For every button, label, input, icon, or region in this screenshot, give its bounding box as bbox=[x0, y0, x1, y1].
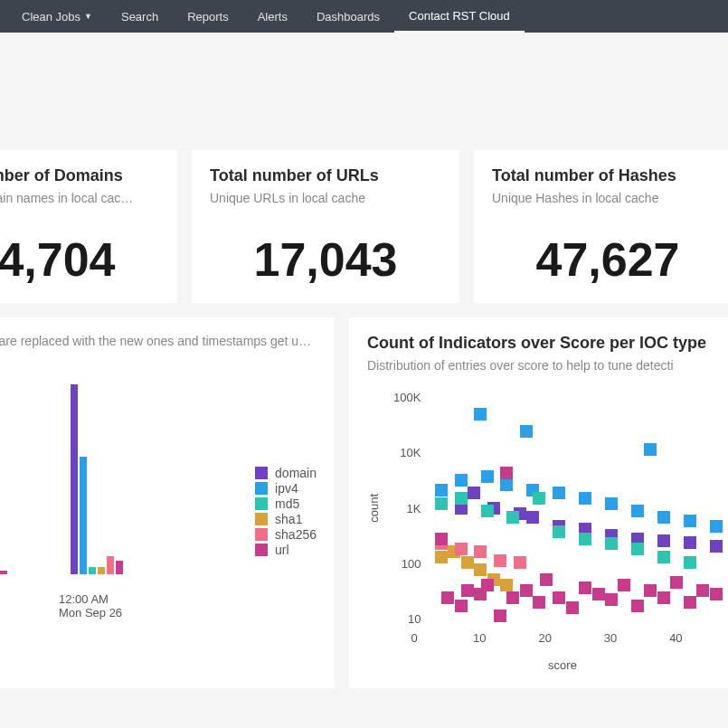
scatter-point-sha256 bbox=[494, 554, 506, 567]
scatter-point-url bbox=[566, 601, 579, 614]
scatter-point-sha256 bbox=[514, 556, 526, 569]
stat-card-0: Total number of Domains Unique domain na… bbox=[0, 150, 177, 303]
scatter-point-ipv4 bbox=[605, 497, 618, 510]
scatter-point-url bbox=[605, 593, 618, 606]
scatter-point-ipv4 bbox=[631, 505, 644, 517]
scatter-point-url bbox=[644, 584, 657, 597]
swatch-icon bbox=[255, 482, 268, 495]
y-axis: 100K10K1K10010 bbox=[384, 391, 428, 626]
scatter-point-url bbox=[631, 600, 644, 612]
legend-label: url bbox=[275, 543, 289, 557]
card-value: 17,043 bbox=[210, 232, 441, 287]
legend-item-md5[interactable]: md5 bbox=[255, 496, 317, 511]
x-tick: 10 bbox=[473, 631, 486, 645]
scatter-point-sha1 bbox=[500, 579, 513, 591]
legend-label: sha256 bbox=[275, 527, 317, 542]
nav-item-search[interactable]: Search bbox=[107, 0, 173, 33]
scatter-point-url bbox=[461, 584, 474, 597]
scatter-point-ipv4 bbox=[481, 470, 494, 483]
scatter-point-md5 bbox=[684, 556, 696, 569]
scatter-point-domain bbox=[710, 540, 723, 553]
scatter-point-md5 bbox=[553, 525, 565, 538]
scatter-point-url bbox=[435, 533, 448, 545]
scatter-point-md5 bbox=[481, 505, 494, 517]
x-tick: 20 bbox=[538, 631, 551, 645]
scatter-plot bbox=[428, 391, 711, 626]
scatter-point-url bbox=[553, 591, 565, 604]
chart-left-subtitle: Existing IoC are replaced with the new o… bbox=[0, 334, 317, 348]
scatter-point-url bbox=[696, 584, 709, 597]
scatter-point-ipv4 bbox=[455, 474, 468, 487]
legend: domainipv4md5sha1sha256url bbox=[255, 466, 317, 558]
scatter-point-md5 bbox=[533, 492, 545, 505]
caret-down-icon: ▼ bbox=[84, 12, 92, 21]
x-tick: 0 bbox=[411, 631, 417, 645]
chart-right-title: Count of Indicators over Score per IOC t… bbox=[367, 334, 711, 353]
nav-item-dashboards[interactable]: Dashboards bbox=[302, 0, 394, 33]
nav-item-clean-jobs[interactable]: Clean Jobs▼ bbox=[7, 0, 107, 33]
scatter-point-md5 bbox=[631, 543, 644, 555]
x-tick-1: 12:00 AM Mon Sep 26 bbox=[59, 592, 122, 619]
chart-right-panel: Count of Indicators over Score per IOC t… bbox=[349, 317, 728, 688]
y-tick: 1K bbox=[384, 502, 421, 515]
scatter-point-domain bbox=[526, 511, 539, 524]
scatter-point-ipv4 bbox=[644, 443, 657, 456]
scatter-point-url bbox=[670, 576, 683, 589]
scatter-point-domain bbox=[468, 487, 480, 499]
scatter-point-sha1 bbox=[435, 551, 448, 563]
swatch-icon bbox=[255, 528, 268, 541]
scatter-point-url bbox=[533, 596, 545, 609]
card-value: 34,704 bbox=[0, 232, 159, 287]
card-title: Total number of Domains bbox=[0, 166, 159, 185]
scatter-point-ipv4 bbox=[500, 478, 513, 491]
scatter-point-domain bbox=[657, 534, 670, 547]
scatter-point-ipv4 bbox=[710, 520, 723, 533]
scatter-point-sha1 bbox=[474, 563, 487, 576]
stat-card-1: Total number of URLs Unique URLs in loca… bbox=[192, 150, 459, 303]
nav-item-contact-rst-cloud[interactable]: Contact RST Cloud bbox=[394, 0, 525, 33]
stat-card-2: Total number of Hashes Unique Hashes in … bbox=[474, 150, 728, 303]
card-subtitle: Unique Hashes in local cache bbox=[492, 191, 723, 205]
scatter-point-ipv4 bbox=[435, 484, 448, 496]
x-tick: 40 bbox=[669, 631, 682, 645]
scatter-point-url bbox=[506, 591, 519, 604]
legend-item-sha256[interactable]: sha256 bbox=[255, 527, 317, 542]
card-subtitle: Unique domain names in local cac… bbox=[0, 191, 159, 205]
scatter-point-ipv4 bbox=[553, 487, 565, 499]
legend-item-ipv4[interactable]: ipv4 bbox=[255, 481, 317, 496]
scatter-point-url bbox=[540, 573, 553, 586]
legend-item-url[interactable]: url bbox=[255, 543, 317, 557]
legend-label: sha1 bbox=[275, 512, 302, 526]
legend-item-domain[interactable]: domain bbox=[255, 466, 317, 480]
scatter-point-domain bbox=[684, 536, 696, 549]
nav-item-alerts[interactable]: Alerts bbox=[243, 0, 302, 33]
swatch-icon bbox=[255, 513, 268, 525]
y-axis-title: count bbox=[367, 494, 384, 523]
legend-label: md5 bbox=[275, 496, 299, 511]
chart-right-subtitle: Distribution of entries over score to he… bbox=[367, 358, 711, 373]
swatch-icon bbox=[255, 467, 268, 479]
y-tick: 10K bbox=[384, 446, 421, 459]
card-subtitle: Unique URLs in local cache bbox=[210, 191, 441, 205]
scatter-point-sha1 bbox=[461, 556, 474, 569]
legend-item-sha1[interactable]: sha1 bbox=[255, 512, 317, 526]
bar-group-1 bbox=[71, 384, 123, 574]
y-tick: 10 bbox=[384, 612, 421, 626]
scatter-point-md5 bbox=[605, 537, 618, 550]
legend-label: ipv4 bbox=[275, 481, 298, 496]
nav-item-reports[interactable]: Reports bbox=[173, 0, 243, 33]
scatter-point-md5 bbox=[506, 511, 519, 524]
scatter-point-url bbox=[455, 600, 468, 612]
top-nav: Clean Jobs▼SearchReportsAlertsDashboards… bbox=[0, 0, 728, 33]
swatch-icon bbox=[255, 497, 268, 510]
scatter-point-md5 bbox=[579, 533, 591, 545]
scatter-point-ipv4 bbox=[684, 515, 696, 527]
scatter-point-md5 bbox=[657, 551, 670, 563]
scatter-point-url bbox=[481, 579, 494, 591]
card-title: Total number of Hashes bbox=[492, 166, 723, 185]
scatter-point-sha256 bbox=[474, 545, 487, 558]
legend-label: domain bbox=[275, 466, 317, 480]
scatter-point-sha256 bbox=[455, 543, 468, 555]
scatter-point-url bbox=[657, 591, 670, 604]
stat-cards-row: Total number of Domains Unique domain na… bbox=[0, 150, 728, 317]
